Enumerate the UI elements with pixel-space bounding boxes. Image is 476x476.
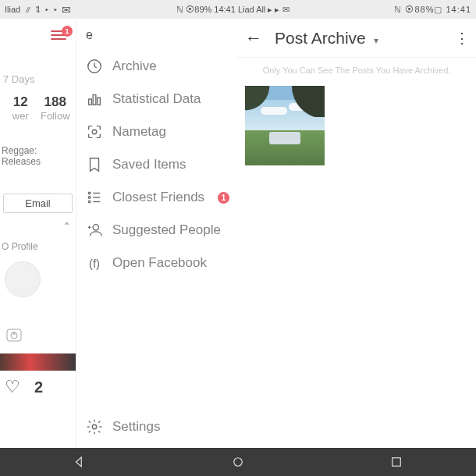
svg-point-18 <box>234 458 243 467</box>
signal-icons: ⫽ ⇅ ▸ ▸ ✉ <box>23 5 71 14</box>
svg-point-8 <box>88 192 91 194</box>
menu-item-stats[interactable]: Statistical Data <box>81 83 233 115</box>
svg-rect-4 <box>89 99 92 105</box>
carrier-label: Iliad <box>5 5 20 14</box>
stat-followers[interactable]: 12 wer <box>3 94 38 122</box>
gear-icon <box>86 418 103 435</box>
menu-item-facebook[interactable]: (f) Open Facebook <box>81 247 233 279</box>
menu-column: e Archive Statistical Data Nametag Saved… <box>76 19 237 448</box>
status-right-icons: ℕ ⦿88%▢ 14:41 <box>394 5 471 15</box>
close-friends-badge: 1 <box>218 192 229 204</box>
menu-item-label: Suggested People <box>112 222 221 238</box>
svg-rect-19 <box>393 458 401 467</box>
archive-column: ← Post Archive ▾ ⋮ Only You Can See The … <box>237 19 476 448</box>
svg-point-17 <box>92 424 97 429</box>
menu-item-label: Open Facebook <box>112 255 207 271</box>
list-icon <box>86 189 103 206</box>
page-title[interactable]: Post Archive ▾ <box>275 29 442 48</box>
bio-text: Reggae: Releases <box>0 131 76 181</box>
nav-recent-icon[interactable] <box>389 454 404 470</box>
svg-rect-5 <box>93 95 96 105</box>
stat-following[interactable]: 188 Follow <box>38 94 73 122</box>
post-thumbnail[interactable] <box>0 353 76 371</box>
status-center: ℕ ⦿89% 14:41 Liad All ▸ ▸ ✉ <box>71 5 394 15</box>
menu-item-label: Saved Items <box>112 157 186 172</box>
facebook-icon: (f) <box>86 254 103 272</box>
days-label: 7 Days <box>0 52 76 94</box>
nav-back-icon[interactable] <box>72 454 87 470</box>
heart-icon[interactable]: ♡ <box>5 377 20 397</box>
svg-point-14 <box>93 225 98 230</box>
svg-point-9 <box>88 197 91 199</box>
menu-item-nametag[interactable]: Nametag <box>81 115 233 148</box>
chevron-down-icon: ▾ <box>374 35 378 46</box>
menu-item-label: Closest Friends <box>112 190 204 205</box>
collapse-chevron-icon[interactable]: ˄ <box>0 218 76 236</box>
avatar[interactable] <box>5 261 41 297</box>
svg-point-1 <box>11 332 17 339</box>
nametag-icon <box>86 123 103 140</box>
svg-point-10 <box>88 201 91 203</box>
chart-icon <box>86 91 103 108</box>
menu-button[interactable]: 1 <box>51 30 66 40</box>
like-count: 2 <box>34 378 43 396</box>
svg-rect-0 <box>7 329 21 341</box>
menu-item-saved[interactable]: Saved Items <box>81 148 233 181</box>
more-menu-icon[interactable]: ⋮ <box>455 30 468 47</box>
android-nav-bar <box>0 448 476 476</box>
menu-item-label: Settings <box>112 419 160 435</box>
menu-item-label: Statistical Data <box>112 91 201 107</box>
back-arrow-icon[interactable]: ← <box>245 28 262 48</box>
svg-point-7 <box>92 130 97 134</box>
menu-item-label: Nametag <box>112 124 166 140</box>
archive-subtitle: Only You Can See The Posts You Have Arch… <box>237 58 476 86</box>
email-button[interactable]: Email <box>3 194 73 213</box>
svg-point-2 <box>13 332 16 335</box>
profile-column: 1 7 Days 12 wer 188 Follow Reggae: Relea… <box>0 19 76 448</box>
menu-item-label: Archive <box>112 59 157 74</box>
tagged-tab-icon[interactable] <box>0 321 76 352</box>
menu-badge: 1 <box>62 26 73 37</box>
status-bar: Iliad ⫽ ⇅ ▸ ▸ ✉ ℕ ⦿89% 14:41 Liad All ▸ … <box>0 0 476 19</box>
menu-item-archive[interactable]: Archive <box>81 50 233 83</box>
add-person-icon <box>86 222 103 239</box>
svg-rect-6 <box>98 98 101 105</box>
nav-home-icon[interactable] <box>230 454 246 470</box>
menu-item-close-friends[interactable]: Closest Friends 1 <box>81 181 233 214</box>
profile-label: O Profile <box>0 236 76 257</box>
menu-item-suggested[interactable]: Suggested People <box>81 214 233 247</box>
username-handle: e <box>81 25 233 50</box>
bookmark-icon <box>86 156 103 173</box>
menu-item-settings[interactable]: Settings <box>81 410 237 443</box>
archived-post-thumbnail[interactable] <box>245 86 325 165</box>
archive-icon <box>86 58 103 75</box>
